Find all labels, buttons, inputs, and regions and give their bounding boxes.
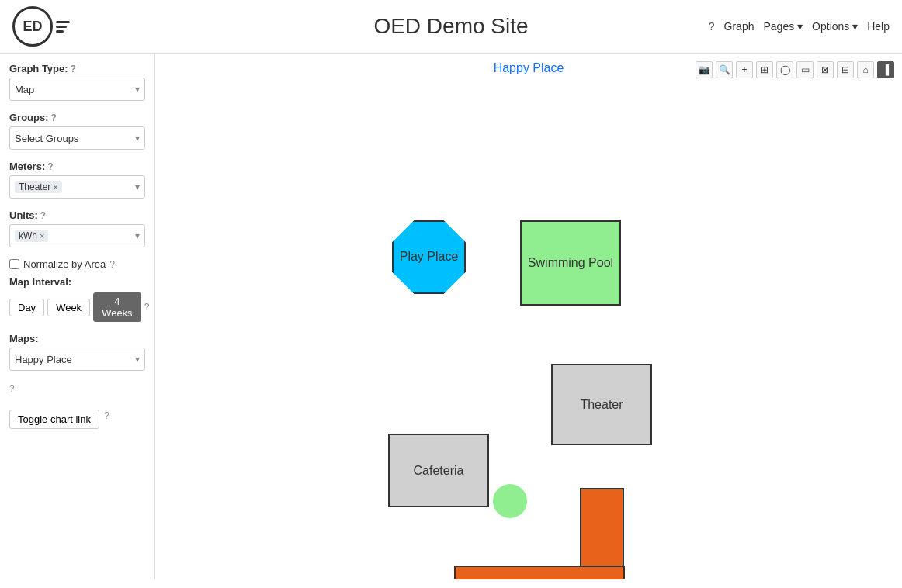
main-layout: Graph Type: ? Map ▾ Groups: ? Select Gro… — [0, 54, 902, 579]
logo-text: ED — [23, 19, 42, 35]
theater-shape[interactable]: Theater — [551, 364, 652, 445]
graph-type-label: Graph Type: ? — [9, 63, 145, 74]
groups-section: Groups: ? Select Groups ▾ — [9, 112, 145, 150]
units-dropdown-icon[interactable]: ▾ — [135, 230, 140, 241]
sidebar: Graph Type: ? Map ▾ Groups: ? Select Gro… — [0, 54, 155, 579]
graph-type-value: Map — [15, 84, 34, 95]
interval-help-icon[interactable]: ? — [144, 302, 150, 313]
swimming-pool-shape[interactable]: Swimming Pool — [520, 220, 621, 306]
logo-lines — [56, 21, 70, 33]
groups-chevron-icon: ▾ — [135, 133, 140, 144]
interval-buttons: Day Week 4 Weeks ? — [9, 292, 145, 322]
swimming-pool-label: Swimming Pool — [528, 255, 613, 272]
normalize-checkbox[interactable] — [9, 259, 19, 269]
help-question-icon[interactable]: ? — [709, 20, 715, 33]
logo-line-2 — [56, 26, 67, 28]
meters-section: Meters: ? Theater × ▾ — [9, 161, 145, 199]
graph-type-help-icon[interactable]: ? — [71, 64, 76, 74]
maps-select[interactable]: Happy Place ▾ — [9, 348, 145, 371]
pages-chevron-icon: ▾ — [797, 20, 803, 33]
maps-section: Maps: Happy Place ▾ — [9, 333, 145, 371]
meters-help-icon[interactable]: ? — [47, 161, 53, 172]
toolbar-zoom-icon[interactable]: 🔍 — [716, 61, 733, 78]
maps-below-help-icon[interactable]: ? — [9, 383, 15, 394]
dot-shape — [493, 484, 527, 518]
graph-type-section: Graph Type: ? Map ▾ — [9, 63, 145, 101]
options-label: Options — [812, 20, 849, 33]
toolbar-bar-icon[interactable]: ▐ — [877, 61, 894, 78]
groups-label: Groups: ? — [9, 112, 145, 123]
header: ED OED Demo Site ? Graph Pages ▾ Options… — [0, 0, 902, 54]
graph-link[interactable]: Graph — [724, 20, 755, 33]
units-input[interactable]: kWh × ▾ — [9, 224, 145, 247]
meters-label: Meters: ? — [9, 161, 145, 172]
groups-select[interactable]: Select Groups ▾ — [9, 126, 145, 150]
play-place-label: Play Place — [400, 249, 459, 265]
graph-type-select[interactable]: Map ▾ — [9, 78, 145, 101]
toggle-chart-button[interactable]: Toggle chart link — [9, 410, 99, 429]
units-label: Units: ? — [9, 209, 145, 221]
maps-value: Happy Place — [15, 354, 72, 365]
units-section: Units: ? kWh × ▾ — [9, 209, 145, 247]
interval-4weeks-button[interactable]: 4 Weeks — [93, 292, 141, 322]
meters-tag-label: Theater — [19, 182, 50, 192]
header-nav: ? Graph Pages ▾ Options ▾ Help — [709, 20, 890, 33]
toolbar-grid-icon[interactable]: ⊞ — [756, 61, 773, 78]
meters-tag-close-icon[interactable]: × — [53, 182, 57, 192]
normalize-help-icon[interactable]: ? — [109, 259, 115, 270]
map-toolbar: 📷 🔍 + ⊞ ◯ ▭ ⊠ ⊟ ⌂ ▐ — [696, 61, 894, 78]
logo: ED — [12, 6, 70, 47]
map-interval-label: Map Interval: — [9, 276, 145, 288]
page-title: OED Demo Site — [373, 14, 528, 39]
map-canvas: Play Place Swimming Pool Theater Cafeter… — [155, 54, 902, 579]
toolbar-camera-icon[interactable]: 📷 — [696, 61, 713, 78]
maps-chevron-icon: ▾ — [135, 354, 140, 365]
toolbar-home-icon[interactable]: ⌂ — [857, 61, 874, 78]
units-tag-label: kWh — [19, 230, 37, 241]
toggle-chart-section: Toggle chart link ? — [9, 402, 145, 429]
toolbar-rect-icon[interactable]: ▭ — [796, 61, 814, 78]
meters-dropdown-icon[interactable]: ▾ — [135, 182, 140, 192]
groups-placeholder: Select Groups — [15, 133, 78, 144]
toolbar-minus-icon[interactable]: ⊟ — [837, 61, 854, 78]
pages-label: Pages — [763, 20, 794, 33]
maps-label: Maps: — [9, 333, 145, 344]
toolbar-plus-icon[interactable]: + — [736, 61, 753, 78]
map-title: Happy Place — [494, 61, 564, 75]
meters-input[interactable]: Theater × ▾ — [9, 175, 145, 199]
logo-line-3 — [56, 30, 64, 33]
interval-week-button[interactable]: Week — [47, 299, 90, 316]
toolbar-cross-icon[interactable]: ⊠ — [817, 61, 834, 78]
cafeteria-label: Cafeteria — [414, 464, 464, 478]
meters-tag-theater: Theater × — [15, 181, 62, 193]
toggle-chart-help-icon[interactable]: ? — [104, 410, 109, 421]
maps-help-section: ? — [9, 382, 145, 394]
play-place-shape[interactable]: Play Place — [392, 220, 466, 294]
units-tag-close-icon[interactable]: × — [40, 231, 44, 240]
normalize-section: Normalize by Area ? — [9, 258, 145, 270]
help-link[interactable]: Help — [867, 20, 890, 33]
toolbar-lasso-icon[interactable]: ◯ — [776, 61, 793, 78]
units-tag-kwh: kWh × — [15, 230, 48, 242]
map-interval-section: Map Interval: Day Week 4 Weeks ? — [9, 276, 145, 322]
normalize-label: Normalize by Area — [23, 258, 106, 270]
logo-circle: ED — [12, 6, 53, 47]
graph-type-chevron-icon: ▾ — [135, 84, 140, 95]
logo-line-1 — [56, 21, 70, 23]
interval-day-button[interactable]: Day — [9, 299, 44, 316]
cafeteria-shape[interactable]: Cafeteria — [388, 434, 489, 507]
theater-label: Theater — [580, 398, 623, 412]
options-dropdown[interactable]: Options ▾ — [812, 20, 858, 33]
options-chevron-icon: ▾ — [852, 20, 858, 33]
units-help-icon[interactable]: ? — [40, 210, 46, 221]
map-area: 📷 🔍 + ⊞ ◯ ▭ ⊠ ⊟ ⌂ ▐ Happy Place Play Pla… — [155, 54, 902, 579]
pages-dropdown[interactable]: Pages ▾ — [763, 20, 803, 33]
groups-help-icon[interactable]: ? — [51, 112, 57, 123]
housing-horizontal-shape[interactable]: Housing — [454, 566, 625, 579]
